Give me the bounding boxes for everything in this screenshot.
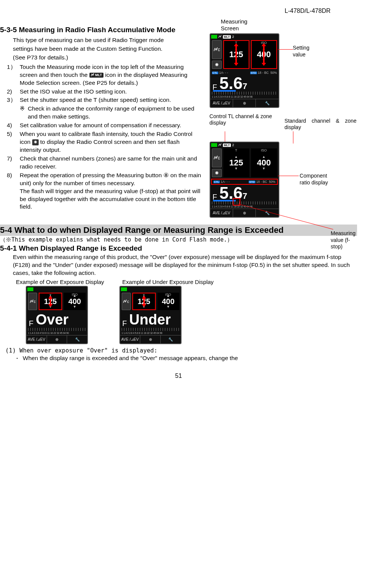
chevron-down-icon: ▼ [235,59,238,62]
shutter-speed-control[interactable]: T ▲ 125 ▼ [39,293,62,310]
t-value: 125 [44,298,56,305]
ctl-text: 1A- - - [221,180,230,184]
exposure-scale [212,201,277,204]
center-button[interactable]: ⊕ [140,335,161,343]
ave-ev-button[interactable]: AVE /⊿EV [27,335,47,343]
radio-control-button[interactable]: ✺ [212,169,222,177]
note-symbol: ※ [20,105,28,121]
center-button[interactable]: ⊕ [233,209,256,217]
exposure-scale [122,328,179,331]
chevron-down-icon: ▼ [142,305,146,309]
f-label: F [122,319,127,328]
mlt-count: 2 [232,143,234,147]
step-text: Set calibration value for amount of comp… [20,122,202,129]
tools-button[interactable]: 🔧 [67,335,87,343]
f-value: 5.67 [219,75,247,92]
t-label: T [235,148,237,152]
section-5-4-1-body: Even within the measuring range of this … [13,253,357,277]
iso-value: 400 [68,298,81,305]
radio-control-icon: ✺ [32,139,39,145]
step-text: Touch the Measuring mode icon in the top… [20,63,202,87]
measuring-mode-button[interactable]: 🗲c [212,40,222,59]
example-over-title: Example of Over Exposure Display [16,279,104,285]
step-text: When you want to calibrate flash intensi… [20,130,202,154]
iso-value: 400 [257,159,271,167]
step-number: 1） [7,63,20,87]
section-5-3-5-title: 5-3-5 Measuring in Radio Flash Accumulat… [0,26,202,34]
iso-control[interactable]: ISO ▲ 400 ▼ [157,293,179,310]
battery-icon [211,35,217,39]
measuring-mode-button[interactable]: 🗲c [212,148,222,167]
intro-line-3: (See P73 for details.) [13,54,202,62]
tools-button[interactable]: 🔧 [256,99,278,107]
step-text: Repeat the operation of pressing the Mea… [20,172,202,211]
ave-ev-button[interactable]: AVE /⊿EV [120,335,141,343]
scale-numbers: 1 1.4 2 2.8 4 5.6 8 11 16 22 32 45 64 90 [120,331,181,335]
percent-value: 50% [271,71,277,75]
iso-label: ISO [261,41,267,45]
exposure-scale [28,328,86,331]
over-text: Over [36,312,69,328]
mlt-tag: MLT [223,35,231,39]
center-button[interactable]: ⊕ [47,335,67,343]
iso-control[interactable]: ISO ▲ 400 ▼ [251,40,277,69]
chevron-down-icon: ▼ [262,59,266,62]
f-label: F [29,319,33,328]
chevron-down-icon: ▼ [166,305,170,309]
shutter-speed-control[interactable]: T ▲ 125 ▼ [223,148,249,177]
under-text: Under [129,312,171,328]
ave-ev-button[interactable]: AVE /⊿EV [210,99,233,107]
radio-control-button[interactable]: ✺ [212,61,222,69]
callout-ctrl-channel: Control TL channel & zone display [210,113,272,126]
callout-line [278,49,293,50]
exposure-scale [212,92,277,95]
bullet-symbol: ・ [11,355,23,363]
ctl-badge: CTL [212,72,218,74]
step-number: 2) [7,88,20,96]
chevron-down-icon: ▼ [235,167,238,170]
std-text: 18 - BC [258,71,269,75]
mlt-count: 2 [232,35,234,39]
chevron-down-icon: ▼ [73,305,77,309]
bullet-list: ・ When the display range is exceeded and… [11,355,357,363]
iso-control[interactable]: ISO ▲ 400 ▼ [64,293,86,310]
shutter-speed-control[interactable]: T ▲ 125 ▼ [132,293,156,310]
callout-setting-value: Setting value [293,45,310,58]
iso-value: 400 [162,298,174,305]
iso-control[interactable]: ISO ▲ 400 ▼ [251,148,277,177]
t-label: T [235,41,237,45]
step-number: 8) [7,172,20,211]
battery-icon [27,287,33,291]
t-value: 125 [229,50,243,59]
std-text: 18 - BC [256,180,267,184]
document-header: L-478D/L-478DR [0,8,357,14]
center-button[interactable]: ⊕ [233,99,256,107]
std-badge: STD [250,72,257,74]
measuring-screen-mockup-2: 🗲 MLT 2 🗲c ✺ T ▲ 125 ▼ [210,142,279,218]
fstop-highlight [233,198,240,206]
step-number: 3） [7,96,20,121]
tools-button[interactable]: 🔧 [256,209,278,217]
callout-std-channel: Standard channel & zone display [285,118,357,131]
when-over-heading: (1) When over exposure "Over" is display… [5,347,357,354]
mlt-tag: MLT [223,143,231,147]
tools-button[interactable]: 🔧 [161,335,181,343]
step-text: Set the shutter speed at the T (shutter … [20,96,202,121]
chevron-down-icon: ▼ [49,305,52,309]
flash-indicator-icon: 🗲 [218,143,222,147]
bullet-text: When the display range is exceeded and t… [23,355,238,363]
mlt-mode-icon: 🗲 MLT [89,73,103,78]
measuring-mode-button[interactable]: 🗲c [122,293,131,310]
section-5-4-1-title: 5-4-1 When Displayed Range is Exceeded [0,244,357,253]
flash-indicator-icon: 🗲 [218,35,222,39]
measuring-mode-button[interactable]: 🗲c [28,293,37,310]
section-5-4-title: 5-4 What to do when Displayed Range or M… [0,225,357,236]
ave-ev-button[interactable]: AVE /⊿EV [210,209,233,217]
iso-value: 400 [257,50,271,59]
scale-numbers: 1 1.4 2 2.8 4 5.6 8 11 16 22 32 45 64 90 [210,95,279,99]
t-value: 125 [229,159,243,167]
shutter-speed-control[interactable]: T ▲ 125 ▼ [223,40,249,69]
step-text: Set the ISO value at the ISO setting ico… [20,88,202,96]
callout-component-ratio: Component ratio display [300,173,328,186]
under-exposure-screen: 🗲c T ▲ 125 ▼ ISO ▲ 400 [119,286,182,344]
